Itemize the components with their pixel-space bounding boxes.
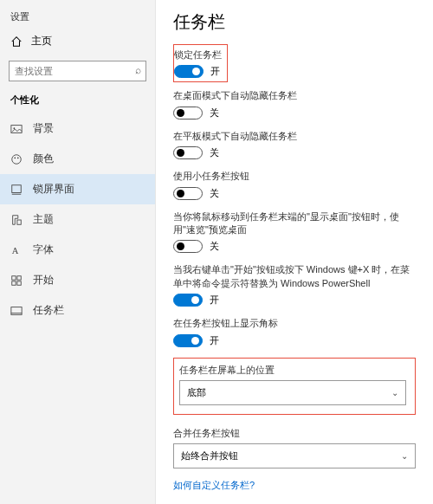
toggle-state: 关 <box>210 240 219 253</box>
sidebar-item-start[interactable]: 开始 <box>0 265 155 295</box>
sidebar: 设置 主页 ⌕ 个性化 背景 颜色 锁屏界面 主题 A 字体 <box>0 0 156 504</box>
search-wrap: ⌕ <box>9 61 146 81</box>
settings-label: 设置 <box>0 7 155 27</box>
sidebar-item-label: 背景 <box>33 121 54 136</box>
sidebar-item-label: 字体 <box>33 242 54 257</box>
combine-dropdown[interactable]: 始终合并按钮 ⌄ <box>173 443 416 468</box>
customize-link[interactable]: 如何自定义任务栏? <box>173 479 416 492</box>
sidebar-item-label: 锁屏界面 <box>33 182 74 197</box>
svg-point-2 <box>12 154 22 164</box>
sidebar-item-label: 开始 <box>33 273 54 288</box>
highlight-position: 任务栏在屏幕上的位置 底部 ⌄ <box>173 358 416 415</box>
position-dropdown[interactable]: 底部 ⌄ <box>179 380 406 405</box>
sidebar-item-colors[interactable]: 颜色 <box>0 144 155 174</box>
svg-point-3 <box>14 157 16 158</box>
search-icon: ⌕ <box>135 64 141 76</box>
setting-label: 锁定任务栏 <box>174 48 222 61</box>
sidebar-section: 个性化 <box>0 90 155 113</box>
theme-icon <box>10 214 23 226</box>
toggle-state: 关 <box>210 187 219 200</box>
lockscreen-icon <box>10 184 23 196</box>
sidebar-item-label: 颜色 <box>33 152 54 166</box>
font-icon: A <box>10 244 23 256</box>
sidebar-item-fonts[interactable]: A 字体 <box>0 235 155 265</box>
toggle-powershell[interactable] <box>173 294 203 307</box>
svg-rect-10 <box>17 275 21 279</box>
toggle-state: 关 <box>210 146 219 159</box>
sidebar-item-label: 任务栏 <box>33 303 64 318</box>
setting-label: 使用小任务栏按钮 <box>173 170 416 183</box>
page-title: 任务栏 <box>173 10 416 34</box>
setting-label: 在平板模式下自动隐藏任务栏 <box>173 130 416 143</box>
toggle-autohide-tablet[interactable] <box>173 146 203 159</box>
start-icon <box>10 275 23 287</box>
position-label: 任务栏在屏幕上的位置 <box>179 364 406 377</box>
svg-rect-12 <box>17 281 21 284</box>
toggle-state: 开 <box>210 334 219 347</box>
toggle-small-buttons[interactable] <box>173 187 203 200</box>
highlight-lock: 锁定任务栏 开 <box>173 44 228 82</box>
taskbar-icon <box>10 305 23 317</box>
svg-point-4 <box>17 157 19 158</box>
palette-icon <box>10 153 23 165</box>
svg-rect-11 <box>12 281 16 284</box>
sidebar-item-label: 主题 <box>33 212 54 227</box>
setting-label: 在任务栏按钮上显示角标 <box>173 317 416 330</box>
svg-rect-9 <box>12 275 16 279</box>
chevron-down-icon: ⌄ <box>401 451 408 461</box>
dropdown-value: 底部 <box>187 386 206 399</box>
home-label: 主页 <box>31 34 52 48</box>
toggle-peek[interactable] <box>173 240 203 253</box>
toggle-autohide-desktop[interactable] <box>173 107 203 120</box>
sidebar-item-lockscreen[interactable]: 锁屏界面 <box>0 174 155 204</box>
svg-rect-5 <box>12 184 22 192</box>
dropdown-value: 始终合并按钮 <box>181 449 238 462</box>
setting-label: 当你将鼠标移动到任务栏末端的"显示桌面"按钮时，使用"速览"预览桌面 <box>173 210 416 237</box>
chevron-down-icon: ⌄ <box>391 388 398 397</box>
sidebar-item-themes[interactable]: 主题 <box>0 204 155 235</box>
toggle-state: 开 <box>210 65 220 78</box>
sidebar-item-background[interactable]: 背景 <box>0 113 155 144</box>
toggle-state: 关 <box>210 107 219 120</box>
combine-label: 合并任务栏按钮 <box>173 427 416 440</box>
picture-icon <box>10 123 23 135</box>
toggle-badges[interactable] <box>173 334 203 347</box>
sidebar-home[interactable]: 主页 <box>0 27 155 55</box>
search-input[interactable] <box>9 61 146 81</box>
toggle-lock-taskbar[interactable] <box>174 65 204 78</box>
toggle-state: 开 <box>210 294 219 307</box>
home-icon <box>10 36 23 48</box>
setting-label: 当我右键单击"开始"按钮或按下 Windows 键+X 时，在菜单中将命令提示符… <box>173 263 416 290</box>
svg-text:A: A <box>12 246 19 255</box>
main-panel: 任务栏 锁定任务栏 开 在桌面模式下自动隐藏任务栏 关 在平板模式下自动隐藏任务… <box>156 0 433 504</box>
sidebar-item-taskbar[interactable]: 任务栏 <box>0 295 155 326</box>
svg-rect-7 <box>17 220 21 224</box>
setting-label: 在桌面模式下自动隐藏任务栏 <box>173 89 416 102</box>
